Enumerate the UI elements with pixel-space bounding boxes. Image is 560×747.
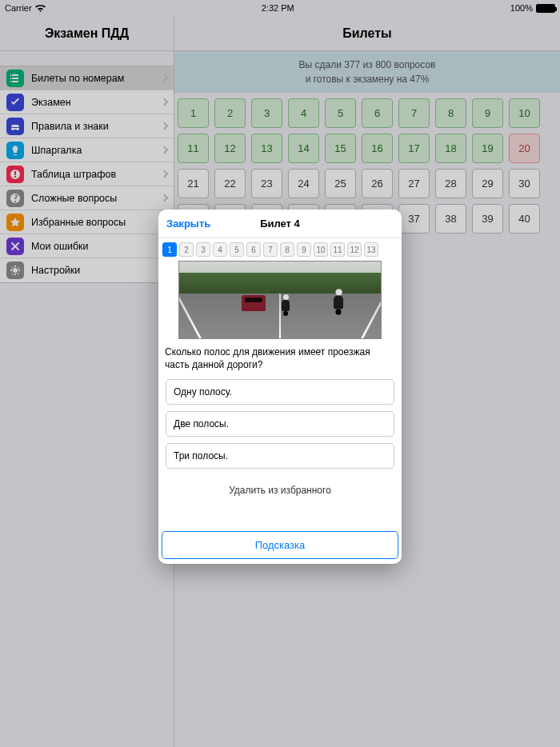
question-tab-4[interactable]: 4 [213,242,227,257]
answer-option-1[interactable]: Одну полосу. [166,379,394,405]
question-tab-11[interactable]: 11 [330,242,345,257]
close-button[interactable]: Закрыть [166,218,210,230]
question-tab-5[interactable]: 5 [230,242,244,257]
question-tab-9[interactable]: 9 [297,242,311,257]
question-tab-7[interactable]: 7 [263,242,278,257]
question-popup: Закрыть Билет 4 12345678910111213 Скольк… [158,210,402,564]
remove-favorite-button[interactable]: Удалить из избранного [162,475,398,528]
question-tab-6[interactable]: 6 [246,242,261,257]
question-tab-12[interactable]: 12 [347,242,362,257]
answer-option-3[interactable]: Три полосы. [166,443,394,469]
question-tab-13[interactable]: 13 [364,242,378,257]
answer-option-2[interactable]: Две полосы. [166,411,394,437]
question-image [178,261,382,339]
question-tab-1[interactable]: 1 [162,242,177,257]
question-tab-8[interactable]: 8 [280,242,294,257]
question-tab-2[interactable]: 2 [179,242,194,257]
popup-title: Билет 4 [260,218,300,230]
question-tab-10[interactable]: 10 [314,242,328,257]
hint-button[interactable]: Подсказка [162,531,398,559]
question-tabs: 12345678910111213 [158,238,402,257]
popup-header: Закрыть Билет 4 [158,210,402,238]
question-tab-3[interactable]: 3 [196,242,210,257]
question-text: Сколько полос для движения имеет проезжа… [162,339,398,379]
